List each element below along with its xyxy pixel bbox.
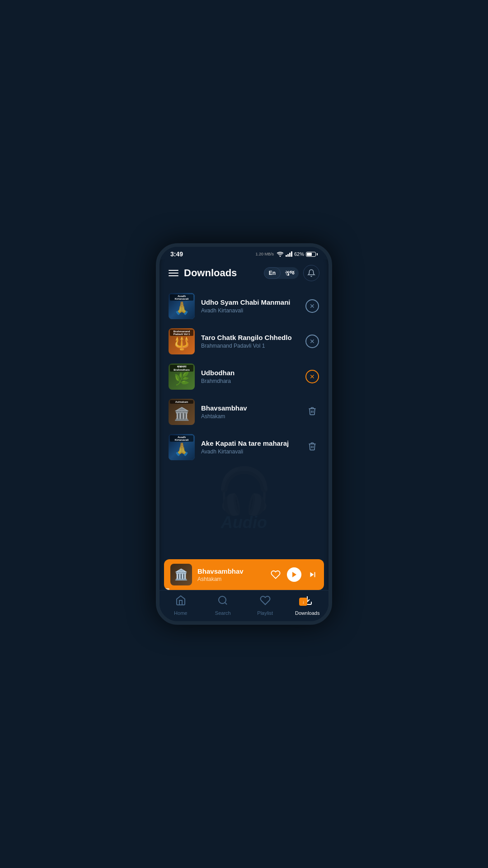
nav-search-label: Search bbox=[215, 610, 231, 616]
status-bar: 3:49 1.20 MB/s 62% bbox=[160, 247, 328, 259]
play-pause-button[interactable] bbox=[287, 567, 301, 582]
song-album-2: Brahmanand Padavli Vol 1 bbox=[201, 343, 299, 349]
now-playing-thumb: 🏛️ bbox=[170, 564, 192, 585]
now-playing-subtitle: Ashtakam bbox=[197, 576, 265, 582]
thumb-label-3: ब्रह्मधारा Brahmdhara bbox=[170, 365, 193, 372]
song-item-1[interactable]: Avadh Kirtanavali 🙏 Udho Syam Chabi Manm… bbox=[160, 288, 328, 324]
battery-percent: 62% bbox=[294, 251, 304, 257]
close-circle-orange-icon-3: ✕ bbox=[305, 370, 319, 383]
song-delete-button-2[interactable]: ✕ bbox=[305, 334, 319, 349]
nav-downloads[interactable]: ↓ Downloads bbox=[286, 590, 329, 618]
watermark: 🎧 Audio bbox=[160, 468, 328, 532]
song-title-3: Udbodhan bbox=[201, 369, 299, 377]
nav-home-label: Home bbox=[174, 610, 187, 616]
song-delete-button-3[interactable]: ✕ bbox=[305, 369, 319, 384]
song-title-4: Bhavsambhav bbox=[201, 404, 299, 412]
song-title-1: Udho Syam Chabi Manmani bbox=[201, 298, 299, 306]
network-speed: 1.20 MB/s bbox=[255, 252, 274, 256]
song-album-1: Avadh Kirtanavali bbox=[201, 307, 299, 314]
thumb-label-5: Avadh Kirtanavali bbox=[170, 435, 193, 442]
nav-playlist[interactable]: Playlist bbox=[244, 590, 286, 618]
song-list: 🎧 Audio Avadh Kirtanavali 🙏 Udho Syam Ch… bbox=[160, 285, 328, 559]
skip-next-button[interactable] bbox=[308, 570, 318, 580]
watermark-text: Audio bbox=[160, 513, 328, 532]
now-playing-thumb-icon: 🏛️ bbox=[174, 568, 188, 581]
nav-search[interactable]: Search bbox=[202, 590, 244, 618]
playback-progress bbox=[164, 588, 169, 590]
now-playing-controls bbox=[271, 567, 318, 582]
song-item-2[interactable]: Brahmanand Padavli Vol 1 🔱 Taro Chatk Ra… bbox=[160, 324, 328, 359]
status-time: 3:49 bbox=[170, 250, 183, 258]
home-icon bbox=[175, 595, 186, 609]
headphone-watermark: 🎧 bbox=[160, 468, 328, 513]
bell-icon bbox=[307, 269, 315, 277]
now-playing-bar[interactable]: 🏛️ Bhavsambhav Ashtakam bbox=[164, 559, 324, 590]
song-info-2: Taro Chatk Rangilo Chhedlo Brahmanand Pa… bbox=[201, 334, 299, 349]
favorite-button[interactable] bbox=[271, 570, 281, 580]
lang-en-button[interactable]: En bbox=[264, 267, 281, 279]
song-thumb-5: Avadh Kirtanavali 🙏 bbox=[169, 434, 195, 460]
nav-downloads-label: Downloads bbox=[295, 610, 319, 616]
song-info-4: Bhavsambhav Ashtakam bbox=[201, 404, 299, 420]
song-delete-button-5[interactable] bbox=[305, 440, 319, 454]
header-left: Downloads bbox=[169, 267, 237, 279]
song-thumb-4: Ashtakam 🏛️ bbox=[169, 399, 195, 425]
song-album-5: Avadh Kirtanavali bbox=[201, 448, 299, 455]
header-right: En ગુજ bbox=[264, 265, 319, 281]
play-icon bbox=[287, 567, 301, 582]
thumb-label-2: Brahmanand Padavli Vol 1 bbox=[170, 330, 193, 336]
song-info-3: Udbodhan Brahmdhara bbox=[201, 369, 299, 384]
wifi-icon bbox=[277, 251, 284, 257]
close-circle-icon-2: ✕ bbox=[305, 335, 319, 348]
signal-bars-icon bbox=[286, 251, 292, 257]
svg-point-0 bbox=[280, 256, 281, 257]
header: Downloads En ગુજ bbox=[160, 259, 328, 285]
battery-icon bbox=[306, 252, 318, 257]
song-title-2: Taro Chatk Rangilo Chhedlo bbox=[201, 334, 299, 341]
close-circle-icon-1: ✕ bbox=[305, 299, 319, 313]
now-playing-title: Bhavsambhav bbox=[197, 567, 265, 575]
lang-guj-button[interactable]: ગુજ bbox=[281, 267, 299, 279]
thumb-label-4: Ashtakam bbox=[170, 400, 193, 404]
notification-bell-button[interactable] bbox=[303, 265, 319, 281]
search-icon bbox=[217, 595, 228, 609]
page-title: Downloads bbox=[184, 267, 237, 279]
song-info-1: Udho Syam Chabi Manmani Avadh Kirtanaval… bbox=[201, 298, 299, 314]
song-thumb-3: ब्रह्मधारा Brahmdhara 🌿 bbox=[169, 363, 195, 390]
playlist-icon bbox=[260, 595, 271, 609]
trash-icon-5 bbox=[308, 442, 317, 453]
hamburger-menu-button[interactable] bbox=[169, 270, 178, 276]
song-item-4[interactable]: Ashtakam 🏛️ Bhavsambhav Ashtakam bbox=[160, 394, 328, 429]
now-playing-info: Bhavsambhav Ashtakam bbox=[197, 567, 265, 582]
song-thumb-1: Avadh Kirtanavali 🙏 bbox=[169, 293, 195, 319]
phone-frame: 3:49 1.20 MB/s 62% bbox=[156, 243, 332, 625]
song-info-5: Ake Kapati Na tare maharaj Avadh Kirtana… bbox=[201, 439, 299, 455]
song-delete-button-4[interactable] bbox=[305, 405, 319, 419]
nav-playlist-label: Playlist bbox=[257, 610, 273, 616]
trash-icon-4 bbox=[308, 406, 317, 418]
song-thumb-2: Brahmanand Padavli Vol 1 🔱 bbox=[169, 328, 195, 354]
song-title-5: Ake Kapati Na tare maharaj bbox=[201, 439, 299, 447]
song-item-3[interactable]: ब्रह्मधारा Brahmdhara 🌿 Udbodhan Brahmdh… bbox=[160, 359, 328, 394]
song-album-4: Ashtakam bbox=[201, 413, 299, 420]
bottom-nav: Home Search Playlist bbox=[160, 590, 328, 621]
downloads-badge: ↓ bbox=[299, 598, 307, 606]
song-delete-button-1[interactable]: ✕ bbox=[305, 299, 319, 313]
svg-point-1 bbox=[219, 596, 226, 604]
song-item-5[interactable]: Avadh Kirtanavali 🙏 Ake Kapati Na tare m… bbox=[160, 429, 328, 465]
status-icons: 1.20 MB/s 62% bbox=[255, 251, 318, 257]
svg-line-2 bbox=[225, 603, 227, 604]
song-album-3: Brahmdhara bbox=[201, 378, 299, 384]
language-switcher: En ગુજ bbox=[264, 267, 299, 279]
nav-home[interactable]: Home bbox=[160, 590, 202, 618]
thumb-label-1: Avadh Kirtanavali bbox=[170, 294, 193, 301]
